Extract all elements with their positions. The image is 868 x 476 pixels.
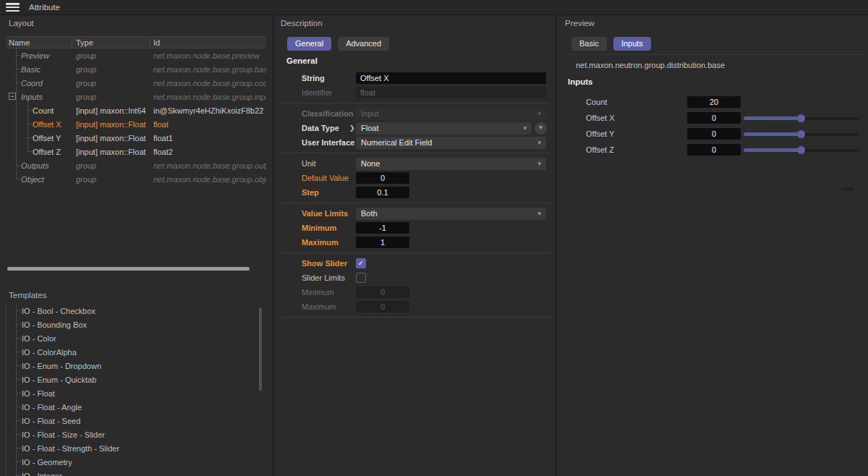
string-input[interactable]: Offset X bbox=[356, 72, 546, 84]
row-id: float bbox=[150, 120, 266, 129]
field-row-classification: ClassificationInput▾ bbox=[274, 106, 556, 121]
field-row-data-type: Data Type❯Float▾▾ bbox=[274, 121, 556, 135]
row-type: group bbox=[72, 79, 150, 88]
template-item-io-bounding-box[interactable]: IO - Bounding Box bbox=[7, 318, 266, 331]
expand-arrow-icon[interactable]: ❯ bbox=[349, 124, 355, 132]
row-name: Offset X bbox=[6, 120, 72, 129]
field-label: Slider Limits bbox=[302, 273, 345, 282]
field-label: Value Limits bbox=[302, 209, 348, 218]
slider-limits-checkbox[interactable] bbox=[356, 273, 366, 283]
count-input[interactable]: 20 bbox=[687, 96, 741, 108]
slider-fill bbox=[744, 116, 801, 120]
chevron-down-icon: ▾ bbox=[537, 160, 541, 167]
field-label: Data Type bbox=[302, 124, 339, 132]
field-row-user-interface: User InterfaceNumerical Edit Field▾ bbox=[274, 135, 556, 150]
chevron-down-icon: ▾ bbox=[537, 110, 541, 117]
slider-knob[interactable] bbox=[797, 130, 805, 138]
tree-stub bbox=[27, 124, 33, 124]
row-type: [input] maxon::Float bbox=[72, 148, 150, 156]
template-item-io-bool-checkbox[interactable]: IO - Bool - Checkbox bbox=[7, 304, 266, 318]
template-item-io-geometry[interactable]: IO - Geometry bbox=[7, 455, 266, 469]
table-row-coord[interactable]: Coordgroupnet.maxon.node.base.group.coor… bbox=[6, 76, 266, 90]
field-row-step: Step0.1 bbox=[274, 185, 556, 200]
column-header-name[interactable]: Name bbox=[6, 37, 72, 48]
datatype-options-button[interactable]: ▾ bbox=[535, 122, 547, 135]
table-row-inputs[interactable]: −Inputsgroupnet.maxon.node.base.group.in… bbox=[6, 90, 266, 103]
template-item-io-float-size-slider[interactable]: IO - Float - Size - Slider bbox=[7, 428, 266, 441]
offset-z-slider[interactable] bbox=[744, 145, 859, 155]
node-id-text: net.maxon.neutron.group.distribution.bas… bbox=[576, 61, 868, 70]
template-item-io-enum-quicktab[interactable]: IO - Enum - Quicktab bbox=[7, 373, 266, 386]
description-tabs: General Advanced bbox=[287, 37, 556, 51]
tab-advanced[interactable]: Advanced bbox=[338, 37, 389, 51]
template-item-io-float-angle[interactable]: IO - Float - Angle bbox=[7, 400, 266, 414]
table-row-count[interactable]: Count[input] maxon::Int64in@Skwmyr4eHZhi… bbox=[6, 103, 266, 117]
maximum-input[interactable]: 1 bbox=[356, 237, 409, 248]
field-row-maximum: Maximum0 bbox=[274, 299, 556, 314]
field-row-default-value: Default Value0 bbox=[274, 171, 556, 185]
data-type-dropdown[interactable]: Float▾ bbox=[356, 122, 532, 135]
field-separator bbox=[281, 103, 550, 103]
value-limits-dropdown[interactable]: Both▾ bbox=[356, 208, 546, 220]
offset-x-slider[interactable] bbox=[744, 114, 859, 123]
resize-grip[interactable] bbox=[841, 188, 854, 190]
table-row-basic[interactable]: Basicgroupnet.maxon.node.base.group.basi… bbox=[6, 62, 266, 76]
offset-z-input[interactable]: 0 bbox=[687, 144, 741, 156]
templates-title: Templates bbox=[9, 291, 46, 299]
tab-general[interactable]: General bbox=[287, 37, 331, 51]
templates-rows: IO - Bool - CheckboxIO - Bounding BoxIO … bbox=[7, 304, 266, 476]
horizontal-scrollbar-thumb[interactable] bbox=[7, 267, 250, 271]
template-item-io-float-seed[interactable]: IO - Float - Seed bbox=[7, 414, 266, 428]
row-id: net.maxon.node.base.group.coord bbox=[150, 79, 266, 88]
column-header-type[interactable]: Type bbox=[72, 37, 150, 48]
template-item-io-integer[interactable]: IO - Integer bbox=[7, 469, 266, 476]
default-value-input[interactable]: 0 bbox=[356, 172, 409, 184]
classification-dropdown: Input▾ bbox=[356, 108, 546, 120]
template-item-io-float[interactable]: IO - Float bbox=[7, 386, 266, 400]
menu-icon[interactable] bbox=[6, 3, 20, 12]
templates-list: IO - Bool - CheckboxIO - Bounding BoxIO … bbox=[6, 304, 266, 476]
table-row-offset-x[interactable]: Offset X[input] maxon::Floatfloat bbox=[6, 117, 266, 131]
slider-knob[interactable] bbox=[797, 146, 805, 154]
row-type: [input] maxon::Int64 bbox=[72, 106, 150, 115]
slider-knob[interactable] bbox=[797, 114, 805, 122]
tab-inputs[interactable]: Inputs bbox=[613, 37, 651, 51]
preview-tabs: Basic Inputs bbox=[571, 37, 868, 51]
row-name: Preview bbox=[6, 51, 72, 60]
step-input[interactable]: 0.1 bbox=[356, 187, 409, 198]
minimum-input[interactable]: -1 bbox=[356, 222, 409, 234]
table-row-offset-z[interactable]: Offset Z[input] maxon::Floatfloat2 bbox=[6, 145, 266, 158]
chevron-down-icon: ▾ bbox=[523, 124, 527, 132]
preview-panel-title: Preview bbox=[557, 15, 868, 28]
template-item-io-color[interactable]: IO - Color bbox=[7, 331, 266, 345]
table-row-offset-y[interactable]: Offset Y[input] maxon::Floatfloat1 bbox=[6, 131, 266, 145]
collapse-icon[interactable]: − bbox=[9, 93, 16, 100]
row-name: Coord bbox=[6, 79, 72, 88]
offset-y-slider[interactable] bbox=[744, 129, 859, 139]
template-item-io-enum-dropdown[interactable]: IO - Enum - Dropdown bbox=[7, 359, 266, 373]
row-type: group bbox=[72, 65, 150, 74]
template-item-io-float-strength-slider[interactable]: IO - Float - Strength - Slider bbox=[7, 441, 266, 455]
offset-y-input[interactable]: 0 bbox=[687, 128, 741, 140]
unit-dropdown[interactable]: None▾ bbox=[356, 158, 546, 170]
field-row-string: StringOffset X bbox=[274, 71, 556, 85]
field-row-minimum: Minimum0 bbox=[274, 285, 556, 299]
template-item-io-coloralpha[interactable]: IO - ColorAlpha bbox=[7, 345, 266, 359]
minimum-input: 0 bbox=[356, 286, 409, 298]
table-row-object[interactable]: Objectgroupnet.maxon.node.base.group.obj… bbox=[6, 172, 266, 186]
table-row-preview[interactable]: Previewgroupnet.maxon.node.base.preview bbox=[6, 48, 266, 62]
identifier-input: float bbox=[356, 87, 546, 98]
user-interface-dropdown[interactable]: Numerical Edit Field▾ bbox=[356, 137, 546, 149]
column-header-id[interactable]: Id bbox=[150, 37, 266, 48]
vertical-scrollbar-thumb[interactable] bbox=[259, 307, 262, 391]
show-slider-checkbox[interactable]: ✓ bbox=[356, 258, 366, 268]
chevron-down-icon: ▾ bbox=[537, 139, 541, 146]
tree-stub bbox=[16, 55, 21, 56]
general-section-header: General bbox=[286, 56, 556, 66]
table-row-outputs[interactable]: Outputsgroupnet.maxon.node.base.group.ou… bbox=[6, 158, 266, 172]
chevron-down-icon: ▾ bbox=[537, 210, 541, 217]
offset-x-input[interactable]: 0 bbox=[687, 112, 741, 124]
slider-fill bbox=[744, 132, 801, 136]
tab-basic[interactable]: Basic bbox=[571, 37, 607, 51]
preview-field-label: Count bbox=[586, 98, 687, 106]
